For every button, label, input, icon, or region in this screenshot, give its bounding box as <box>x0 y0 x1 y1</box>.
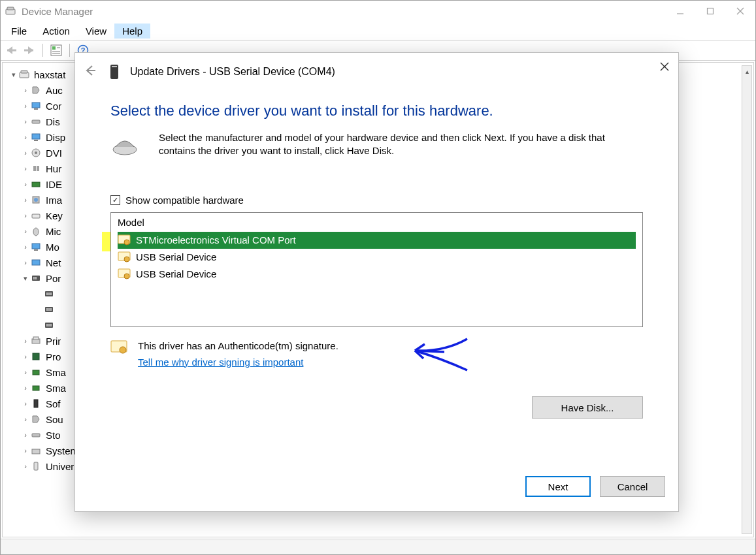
scroll-up-icon[interactable]: ▴ <box>742 66 751 76</box>
model-row[interactable]: USB Serial Device <box>118 249 636 266</box>
chevron-right-icon[interactable]: › <box>21 196 30 204</box>
chevron-right-icon[interactable]: › <box>21 149 30 157</box>
chevron-down-icon[interactable]: ▾ <box>9 71 18 79</box>
driver-signing-link[interactable]: Tell me why driver signing is important <box>138 357 338 368</box>
model-row-selected[interactable]: STMicroelectronics Virtual COM Port <box>118 232 636 249</box>
menu-help[interactable]: Help <box>114 24 150 39</box>
device-icon <box>108 63 121 81</box>
svg-point-67 <box>124 257 129 262</box>
chevron-down-icon[interactable]: ▾ <box>21 274 30 283</box>
model-listbox[interactable]: Model STMicroelectronics Virtual COM Por… <box>110 212 643 327</box>
statusbar <box>1 539 755 554</box>
chevron-right-icon[interactable]: › <box>21 384 30 392</box>
chevron-right-icon[interactable]: › <box>21 102 30 110</box>
menu-file[interactable]: File <box>3 24 35 39</box>
chevron-right-icon[interactable]: › <box>21 415 30 423</box>
checkbox-icon: ✓ <box>110 195 120 205</box>
chevron-right-icon[interactable]: › <box>21 118 30 125</box>
device-category-icon <box>30 84 42 96</box>
tree-item-label: Key <box>46 210 63 221</box>
svg-rect-20 <box>32 134 40 139</box>
port-icon <box>43 304 55 315</box>
svg-rect-40 <box>50 293 52 295</box>
menubar: File Action View Help <box>1 22 755 40</box>
chevron-right-icon[interactable]: › <box>21 133 30 141</box>
port-icon <box>43 288 55 300</box>
device-category-icon <box>30 366 42 378</box>
dialog-heading: Select the device driver you want to ins… <box>110 103 643 119</box>
tree-item-label: Ima <box>46 195 62 206</box>
tree-item-label: Mic <box>46 226 61 237</box>
chevron-right-icon[interactable]: › <box>21 227 30 235</box>
next-button[interactable]: Next <box>525 476 591 497</box>
svg-rect-19 <box>32 120 40 123</box>
certificate-icon <box>118 251 131 263</box>
svg-rect-3 <box>708 8 714 14</box>
chevron-right-icon[interactable]: › <box>21 212 30 219</box>
close-icon[interactable] <box>660 61 669 74</box>
svg-rect-46 <box>46 324 48 326</box>
chevron-right-icon[interactable]: › <box>21 243 30 251</box>
chevron-right-icon[interactable]: › <box>21 337 30 345</box>
tree-item-label: Net <box>46 257 61 268</box>
back-arrow-icon[interactable] <box>84 65 96 80</box>
chevron-right-icon[interactable]: › <box>21 462 30 470</box>
checkbox-label: Show compatible hardware <box>125 195 244 206</box>
menu-action[interactable]: Action <box>35 24 78 39</box>
svg-rect-35 <box>33 277 35 279</box>
detail-view-icon[interactable] <box>48 42 64 58</box>
svg-rect-47 <box>48 324 50 326</box>
chevron-right-icon[interactable]: › <box>21 165 30 172</box>
model-row[interactable]: USB Serial Device <box>118 266 636 283</box>
svg-rect-54 <box>34 400 38 407</box>
close-button[interactable] <box>725 1 755 22</box>
device-category-icon <box>30 413 42 425</box>
maximize-button[interactable] <box>695 1 725 22</box>
chevron-right-icon[interactable]: › <box>21 180 30 188</box>
forward-icon[interactable] <box>22 42 37 58</box>
next-label: Next <box>548 481 568 492</box>
svg-rect-36 <box>35 277 37 279</box>
port-icon <box>43 319 55 331</box>
chevron-right-icon[interactable]: › <box>21 259 30 266</box>
svg-rect-21 <box>34 140 38 141</box>
menu-view[interactable]: View <box>78 24 114 39</box>
svg-rect-18 <box>34 108 38 110</box>
svg-rect-9 <box>52 46 56 50</box>
tree-item-label: DVI <box>46 148 62 159</box>
tree-item-label: Hur <box>46 163 61 174</box>
have-disk-button[interactable]: Have Disk... <box>532 396 643 419</box>
chevron-right-icon[interactable]: › <box>21 400 30 407</box>
chevron-right-icon[interactable]: › <box>21 353 30 360</box>
svg-rect-60 <box>112 66 117 67</box>
device-category-icon <box>30 194 42 206</box>
minimize-button[interactable] <box>665 1 695 22</box>
tree-item-label: IDE <box>46 179 62 190</box>
back-icon[interactable] <box>3 42 19 58</box>
signature-text: This driver has an Authenticode(tm) sign… <box>138 340 338 351</box>
device-category-icon <box>30 335 42 347</box>
computer-icon <box>18 69 30 80</box>
tree-item-label: Cor <box>46 101 61 112</box>
chevron-right-icon[interactable]: › <box>21 447 30 454</box>
scrollbar[interactable]: ▴ <box>742 65 752 534</box>
device-category-icon <box>30 351 42 362</box>
model-label: USB Serial Device <box>136 268 216 279</box>
svg-rect-57 <box>34 462 38 470</box>
tree-item-label: Auc <box>46 85 63 96</box>
tree-item-label: Sma <box>46 367 66 378</box>
cancel-label: Cancel <box>617 481 648 492</box>
svg-point-30 <box>33 228 39 236</box>
tree-item-label: Sto <box>46 430 61 441</box>
show-compatible-checkbox[interactable]: ✓ Show compatible hardware <box>110 195 643 206</box>
dialog-titlebar: Update Drivers - USB Serial Device (COM4… <box>75 53 678 91</box>
cancel-button[interactable]: Cancel <box>600 476 665 497</box>
device-category-icon <box>30 398 42 409</box>
device-category-icon <box>30 210 42 221</box>
device-category-icon <box>30 116 42 127</box>
chevron-right-icon[interactable]: › <box>21 86 30 94</box>
chevron-right-icon[interactable]: › <box>21 431 30 439</box>
svg-rect-39 <box>48 293 50 295</box>
device-category-icon <box>30 225 42 237</box>
chevron-right-icon[interactable]: › <box>21 368 30 376</box>
